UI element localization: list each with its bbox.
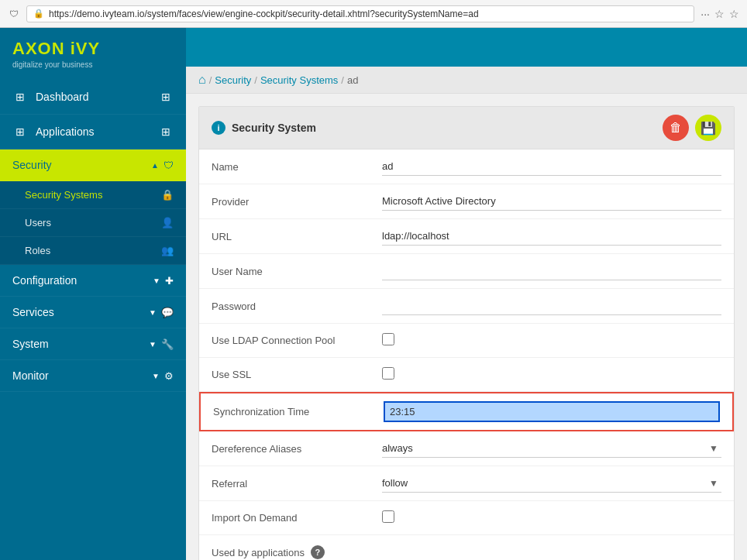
provider-input[interactable] — [382, 192, 721, 211]
deref-value: always never finding searching ▼ — [382, 439, 721, 458]
browser-icons: 🛡 — [8, 8, 20, 20]
form-row-deref: Dereference Aliases always never finding… — [199, 431, 734, 466]
import-value — [382, 510, 721, 525]
deref-select[interactable]: always never finding searching — [382, 439, 721, 458]
username-label: User Name — [212, 266, 382, 277]
password-input[interactable] — [382, 297, 721, 315]
sidebar-item-dashboard[interactable]: ⊞ Dashboard ⊞ — [0, 80, 186, 115]
lock-icon: 🔒 — [33, 9, 44, 19]
panel-header: i Security System 🗑 💾 — [199, 107, 734, 149]
help-icon[interactable]: ? — [311, 545, 325, 559]
page-content: i Security System 🗑 💾 — [186, 94, 747, 560]
sidebar-item-configuration[interactable]: Configuration ▼ ✚ — [0, 265, 186, 297]
sidebar-item-applications[interactable]: ⊞ Applications ⊞ — [0, 115, 186, 149]
sidebar-item-system[interactable]: System ▼ 🔧 — [0, 328, 186, 360]
delete-button[interactable]: 🗑 — [663, 115, 689, 141]
breadcrumb-sep-3: / — [341, 74, 344, 86]
dashboard-label: Dashboard — [36, 91, 89, 103]
referral-select[interactable]: follow ignore throw — [382, 474, 721, 493]
security-systems-lock-icon: 🔒 — [161, 189, 174, 201]
shield-icon: 🛡 — [8, 8, 20, 20]
panel-title: Security System — [232, 122, 316, 134]
breadcrumb-sep-2: / — [254, 74, 257, 86]
subnav-item-security-systems[interactable]: Security Systems 🔒 — [0, 181, 186, 209]
username-value — [382, 262, 721, 280]
ssl-label: Use SSL — [212, 369, 382, 380]
dashboard-grid-icon: ⊞ — [158, 89, 174, 105]
star-icon[interactable]: ☆ — [729, 8, 739, 20]
url-text: https://demo.ivyteam.io/system/faces/vie… — [49, 9, 479, 19]
security-shield-icon: 🛡 — [164, 160, 174, 171]
system-wrench-icon: 🔧 — [161, 338, 174, 350]
panel-info-icon: i — [212, 121, 225, 135]
ldap-checkbox[interactable] — [382, 333, 394, 345]
sync-time-input[interactable] — [384, 401, 720, 422]
name-input[interactable] — [382, 157, 721, 176]
ssl-value — [382, 367, 721, 382]
bookmark-icon[interactable]: ☆ — [714, 8, 725, 20]
url-label: URL — [212, 231, 382, 242]
applications-icon: ⊞ — [12, 124, 28, 139]
logo-subtitle: digitalize your business — [12, 60, 92, 69]
url-input[interactable] — [382, 227, 721, 246]
security-chevron-icon: ▲ — [151, 161, 159, 170]
dashboard-icon: ⊞ — [12, 89, 28, 105]
monitor-gear-icon: ⚙ — [164, 370, 174, 382]
provider-value — [382, 192, 721, 211]
content-header — [186, 28, 747, 67]
security-label: Security — [12, 159, 52, 171]
form-row-referral: Referral follow ignore throw ▼ — [199, 466, 734, 501]
delete-icon: 🗑 — [670, 121, 682, 135]
services-chat-icon: 💬 — [161, 307, 174, 318]
sync-time-label: Synchronization Time — [213, 406, 384, 417]
form-row-name: Name — [199, 149, 734, 184]
sidebar-item-services[interactable]: Services ▼ 💬 — [0, 297, 186, 328]
system-label: System — [12, 338, 49, 350]
monitor-chevron-icon: ▼ — [152, 372, 160, 380]
ldap-value — [382, 333, 721, 348]
save-button[interactable]: 💾 — [695, 115, 721, 141]
sidebar-logo: AXON iVY digitalize your business — [0, 28, 186, 80]
services-label: Services — [12, 306, 54, 318]
address-bar[interactable]: 🔒 https://demo.ivyteam.io/system/faces/v… — [26, 5, 694, 22]
logo-text: AXON iVY — [12, 39, 100, 59]
system-chevron-icon: ▼ — [149, 340, 157, 349]
sidebar-item-security[interactable]: Security ▲ 🛡 — [0, 149, 186, 181]
url-value — [382, 227, 721, 246]
referral-label: Referral — [212, 478, 382, 490]
more-icon[interactable]: ··· — [701, 8, 710, 20]
subnav-item-roles[interactable]: Roles 👥 — [0, 237, 186, 265]
name-value — [382, 157, 721, 176]
import-checkbox[interactable] — [382, 510, 394, 523]
breadcrumb-security-systems[interactable]: Security Systems — [260, 74, 338, 86]
password-label: Password — [212, 301, 382, 312]
form-row-sync-time: Synchronization Time — [199, 392, 734, 431]
deref-label: Dereference Aliases — [212, 443, 382, 455]
form-row-url: URL — [199, 219, 734, 254]
sync-time-value — [384, 401, 720, 422]
security-subnav: Security Systems 🔒 Users 👤 Roles 👥 — [0, 181, 186, 265]
form-row-ssl: Use SSL — [199, 358, 734, 392]
provider-label: Provider — [212, 196, 382, 208]
breadcrumb-security[interactable]: Security — [215, 74, 251, 86]
save-icon: 💾 — [701, 121, 716, 136]
password-value — [382, 297, 721, 315]
import-label: Import On Demand — [212, 512, 382, 524]
configuration-plus-icon: ✚ — [165, 275, 174, 287]
configuration-chevron-icon: ▼ — [153, 277, 160, 285]
browser-actions: ··· ☆ ☆ — [701, 8, 739, 20]
sidebar-item-monitor[interactable]: Monitor ▼ ⚙ — [0, 360, 186, 392]
sidebar: AXON iVY digitalize your business ⊞ Dash… — [0, 28, 186, 560]
referral-value: follow ignore throw ▼ — [382, 474, 721, 493]
ssl-checkbox[interactable] — [382, 367, 394, 380]
subnav-item-users[interactable]: Users 👤 — [0, 209, 186, 237]
form-row-username: User Name — [199, 254, 734, 289]
security-system-panel: i Security System 🗑 💾 — [198, 106, 735, 560]
configuration-label: Configuration — [12, 274, 77, 287]
username-input[interactable] — [382, 262, 721, 280]
used-by-apps-left: Used by applications ? — [212, 545, 382, 559]
panel-actions: 🗑 💾 — [663, 115, 721, 141]
home-icon[interactable]: ⌂ — [198, 73, 206, 87]
applications-label: Applications — [36, 125, 95, 138]
breadcrumb-ad: ad — [347, 74, 358, 86]
